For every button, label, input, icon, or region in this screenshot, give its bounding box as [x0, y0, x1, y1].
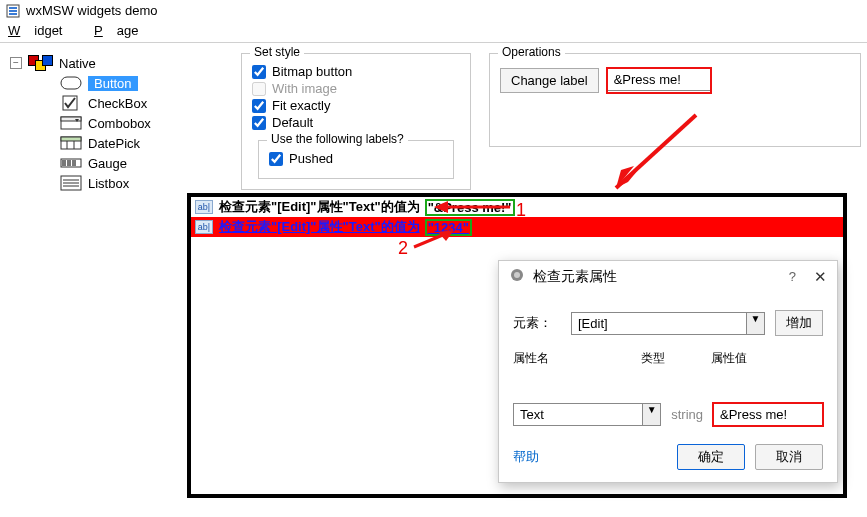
change-label-button[interactable]: Change label	[500, 68, 599, 93]
tree-item-button[interactable]: Button	[6, 73, 231, 93]
dialog-footer: 帮助 确定 取消	[499, 436, 837, 482]
chk-pushed[interactable]: Pushed	[269, 151, 443, 166]
element-label: 元素：	[513, 314, 561, 332]
col-value: 属性值	[711, 350, 747, 367]
tree-item-label: DatePick	[88, 136, 140, 151]
annotation-box	[713, 403, 823, 426]
checkbox[interactable]	[252, 99, 266, 113]
label-input[interactable]	[607, 68, 711, 91]
window-title: wxMSW widgets demo	[26, 3, 157, 18]
svg-rect-13	[62, 160, 66, 166]
group-title: Set style	[250, 45, 304, 59]
prop-value-input[interactable]	[713, 403, 823, 426]
combo-value: [Edit]	[572, 313, 746, 334]
property-row: Text ▼ string	[513, 403, 823, 426]
tree-item-label: CheckBox	[88, 96, 147, 111]
tree-item-checkbox[interactable]: CheckBox	[6, 93, 231, 113]
tree-item-listbox[interactable]: Listbox	[6, 173, 231, 193]
edit-badge-icon: ab|	[195, 200, 213, 214]
labels-group: Use the following labels? Pushed	[258, 140, 454, 179]
tree-item-label: Listbox	[88, 176, 129, 191]
svg-rect-14	[67, 160, 71, 166]
chk-bitmap[interactable]: Bitmap button	[252, 64, 460, 79]
tree-item-label: Combobox	[88, 116, 151, 131]
menu-page[interactable]: Page	[94, 23, 152, 38]
chevron-down-icon[interactable]: ▼	[642, 404, 660, 425]
cancel-button[interactable]: 取消	[755, 444, 823, 470]
native-icon	[28, 55, 53, 71]
set-style-group: Set style Bitmap button With image Fit e…	[241, 53, 471, 190]
col-name: 属性名	[513, 350, 549, 367]
row-text: 检查元素"[Edit]"属性"Text"的值为	[219, 218, 420, 236]
combo-value: Text	[514, 404, 642, 425]
operations-group: Operations Change label	[489, 53, 861, 147]
chk-with-image: With image	[252, 81, 460, 96]
prop-type: string	[671, 407, 703, 422]
checkbox[interactable]	[252, 65, 266, 79]
menu-widget[interactable]: Widget	[8, 23, 76, 38]
svg-point-30	[514, 272, 520, 278]
tree-item-combobox[interactable]: Combobox	[6, 113, 231, 133]
prop-name-combo[interactable]: Text ▼	[513, 403, 661, 426]
annotation-2: 2	[398, 238, 408, 259]
element-row: 元素： [Edit] ▼ 增加	[513, 310, 823, 336]
tree-root[interactable]: − Native	[6, 53, 231, 73]
help-link[interactable]: 帮助	[513, 448, 539, 466]
chevron-down-icon[interactable]: ▼	[746, 313, 764, 334]
help-button[interactable]: ?	[789, 269, 796, 284]
col-type: 类型	[641, 350, 665, 367]
annotation-box	[607, 68, 711, 93]
tree-item-gauge[interactable]: Gauge	[6, 153, 231, 173]
dialog-icon	[509, 267, 525, 286]
chk-default[interactable]: Default	[252, 115, 460, 130]
svg-rect-4	[61, 77, 81, 89]
row-value-highlight: "1234"	[426, 220, 471, 235]
edit-badge-icon: ab|	[195, 220, 213, 234]
tree-root-label: Native	[59, 56, 96, 71]
svg-rect-3	[9, 13, 17, 15]
annotation-1: 1	[516, 200, 526, 221]
group-title: Operations	[498, 45, 565, 59]
menubar: Widget Page	[0, 21, 867, 43]
checkbox[interactable]	[269, 152, 283, 166]
inspect-dialog: 检查元素属性 ? ✕ 元素： [Edit] ▼ 增加 属性名 类型 属性值 Te…	[498, 260, 838, 483]
svg-rect-2	[9, 10, 17, 12]
listbox-icon	[60, 175, 82, 191]
svg-rect-1	[9, 7, 17, 9]
row-text: 检查元素"[Edit]"属性"Text"的值为	[219, 198, 420, 216]
element-combo[interactable]: [Edit] ▼	[571, 312, 765, 335]
svg-rect-15	[72, 160, 76, 166]
datepicker-icon	[60, 135, 82, 151]
group-title: Use the following labels?	[267, 132, 408, 146]
dialog-titlebar: 检查元素属性 ? ✕	[499, 261, 837, 292]
collapse-icon[interactable]: −	[10, 57, 22, 69]
checkbox	[252, 82, 266, 96]
button-icon	[60, 75, 82, 91]
gauge-icon	[60, 155, 82, 171]
row-value-highlight: "&Press me!"	[426, 200, 514, 215]
chk-fit[interactable]: Fit exactly	[252, 98, 460, 113]
tree-item-label: Gauge	[88, 156, 127, 171]
tree-item-label: Button	[88, 76, 138, 91]
close-button[interactable]: ✕	[814, 268, 827, 286]
checkbox[interactable]	[252, 116, 266, 130]
titlebar: wxMSW widgets demo	[0, 0, 867, 21]
add-button[interactable]: 增加	[775, 310, 823, 336]
dialog-title: 检查元素属性	[533, 268, 781, 286]
ok-button[interactable]: 确定	[677, 444, 745, 470]
combobox-icon	[60, 115, 82, 131]
columns-header: 属性名 类型 属性值	[513, 350, 823, 367]
checkbox-icon	[60, 95, 82, 111]
app-icon	[6, 4, 20, 18]
svg-rect-9	[61, 137, 81, 141]
tree-item-datepick[interactable]: DatePick	[6, 133, 231, 153]
